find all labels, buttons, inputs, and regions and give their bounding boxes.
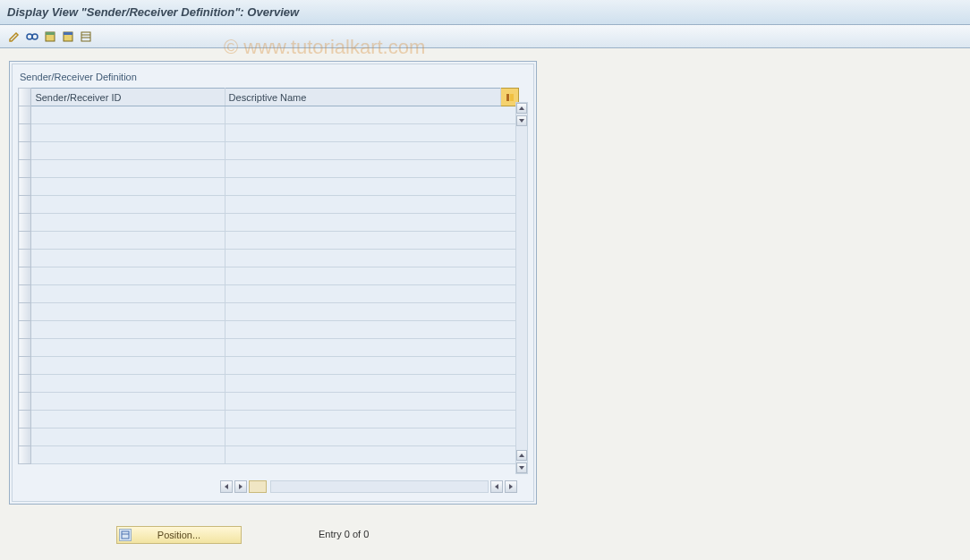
- table-panel: Sender/Receiver Definition Sender/Receiv…: [12, 64, 534, 502]
- cell-id[interactable]: [31, 214, 225, 232]
- cell-name[interactable]: [225, 357, 518, 375]
- scroll-up-button-2[interactable]: [516, 450, 527, 461]
- cell-id[interactable]: [31, 250, 225, 267]
- row-selector[interactable]: [19, 160, 31, 178]
- table-row: [19, 357, 519, 375]
- row-selector[interactable]: [19, 393, 31, 411]
- cell-id[interactable]: [31, 339, 225, 357]
- row-selector-header[interactable]: [19, 89, 31, 106]
- cell-name[interactable]: [225, 196, 518, 214]
- row-selector[interactable]: [19, 357, 31, 375]
- scroll-left-button[interactable]: [220, 480, 233, 493]
- table-row: [19, 375, 519, 393]
- row-selector[interactable]: [19, 214, 31, 232]
- scroll-down-button[interactable]: [516, 115, 527, 126]
- row-selector[interactable]: [19, 375, 31, 393]
- cell-id[interactable]: [31, 428, 225, 446]
- cell-id[interactable]: [31, 196, 225, 214]
- cell-id[interactable]: [31, 285, 225, 303]
- cell-id[interactable]: [31, 446, 225, 464]
- row-selector[interactable]: [19, 178, 31, 196]
- table-row: [19, 411, 519, 428]
- cell-name[interactable]: [225, 393, 518, 411]
- cell-id[interactable]: [31, 303, 225, 321]
- table-row: [19, 428, 519, 446]
- cell-name[interactable]: [225, 375, 518, 393]
- column-header-name[interactable]: Descriptive Name: [225, 89, 501, 106]
- scroll-up-button[interactable]: [516, 103, 527, 114]
- table-row: [19, 106, 519, 124]
- cell-name[interactable]: [225, 428, 518, 446]
- cell-name[interactable]: [225, 106, 518, 124]
- scroll-right-button-2[interactable]: [505, 480, 517, 493]
- row-selector[interactable]: [19, 267, 31, 285]
- table-row: [19, 232, 519, 250]
- position-icon: [119, 529, 132, 541]
- cell-id[interactable]: [31, 178, 225, 196]
- cell-id[interactable]: [31, 142, 225, 160]
- table-row: [19, 446, 519, 464]
- row-selector[interactable]: [19, 196, 31, 214]
- row-selector[interactable]: [19, 285, 31, 303]
- row-selector[interactable]: [19, 411, 31, 428]
- cell-id[interactable]: [31, 232, 225, 250]
- cell-name[interactable]: [225, 250, 518, 267]
- select-block-button[interactable]: [61, 30, 75, 44]
- scroll-right-button[interactable]: [234, 480, 247, 493]
- toggle-edit-button[interactable]: [7, 30, 21, 44]
- table-row: [19, 142, 519, 160]
- row-selector[interactable]: [19, 339, 31, 357]
- cell-name[interactable]: [225, 214, 518, 232]
- row-selector[interactable]: [19, 142, 31, 160]
- cell-name[interactable]: [225, 178, 518, 196]
- cell-id[interactable]: [31, 393, 225, 411]
- cell-id[interactable]: [31, 357, 225, 375]
- cell-name[interactable]: [225, 124, 518, 142]
- row-selector[interactable]: [19, 124, 31, 142]
- svg-rect-7: [81, 32, 90, 41]
- cell-name[interactable]: [225, 321, 518, 339]
- table-row: [19, 214, 519, 232]
- cell-id[interactable]: [31, 106, 225, 124]
- cell-name[interactable]: [225, 285, 518, 303]
- row-selector[interactable]: [19, 303, 31, 321]
- vertical-scrollbar[interactable]: [515, 102, 528, 474]
- column-config-button[interactable]: [249, 480, 267, 493]
- definition-table: Sender/Receiver ID Descriptive Name: [18, 88, 519, 464]
- table-row: [19, 178, 519, 196]
- hscroll-track[interactable]: [270, 480, 489, 493]
- svg-rect-10: [506, 94, 509, 101]
- row-selector[interactable]: [19, 232, 31, 250]
- cell-name[interactable]: [225, 142, 518, 160]
- cell-id[interactable]: [31, 267, 225, 285]
- work-area: Sender/Receiver Definition Sender/Receiv…: [9, 61, 537, 505]
- position-button[interactable]: Position...: [116, 526, 242, 544]
- row-selector[interactable]: [19, 428, 31, 446]
- deselect-all-button[interactable]: [79, 30, 93, 44]
- column-header-id[interactable]: Sender/Receiver ID: [31, 89, 225, 106]
- row-selector[interactable]: [19, 250, 31, 267]
- cell-id[interactable]: [31, 321, 225, 339]
- scroll-down-button-2[interactable]: [516, 462, 527, 473]
- cell-id[interactable]: [31, 160, 225, 178]
- cell-name[interactable]: [225, 339, 518, 357]
- cell-name[interactable]: [225, 303, 518, 321]
- cell-name[interactable]: [225, 446, 518, 464]
- row-selector[interactable]: [19, 106, 31, 124]
- row-selector[interactable]: [19, 446, 31, 464]
- table-row: [19, 321, 519, 339]
- cell-id[interactable]: [31, 411, 225, 428]
- cell-name[interactable]: [225, 411, 518, 428]
- table-row: [19, 339, 519, 357]
- row-selector[interactable]: [19, 321, 31, 339]
- entry-status: Entry 0 of 0: [319, 529, 369, 539]
- select-all-button[interactable]: [43, 30, 57, 44]
- cell-id[interactable]: [31, 124, 225, 142]
- details-button[interactable]: [25, 30, 39, 44]
- table-row: [19, 393, 519, 411]
- cell-name[interactable]: [225, 160, 518, 178]
- cell-name[interactable]: [225, 232, 518, 250]
- cell-id[interactable]: [31, 375, 225, 393]
- cell-name[interactable]: [225, 267, 518, 285]
- scroll-left-button-2[interactable]: [490, 480, 503, 493]
